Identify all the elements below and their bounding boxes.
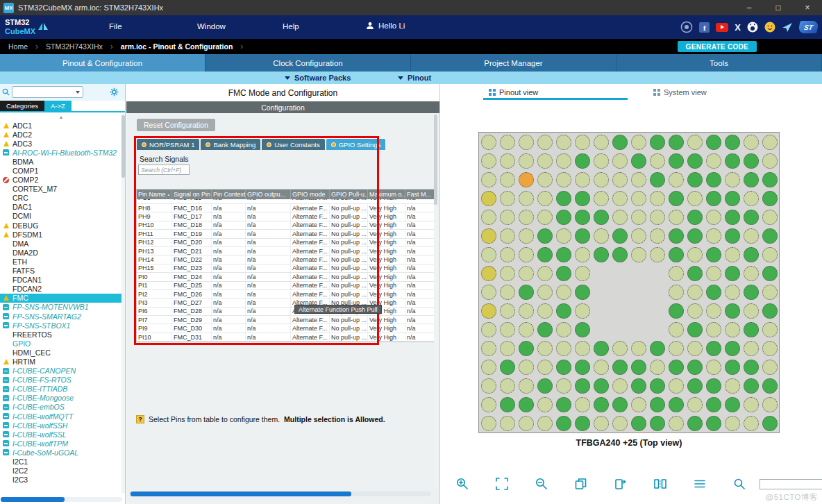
bga-pin[interactable]	[594, 153, 609, 169]
sidebar-item-fp-sns-smartag2[interactable]: FP-SNS-SMARTAG2	[0, 312, 122, 321]
table-row[interactable]: PH8FMC_D16n/an/aAlternate F...No pull-up…	[137, 204, 437, 212]
bga-pin[interactable]	[519, 191, 534, 206]
bga-pin[interactable]	[556, 303, 571, 319]
bga-pin[interactable]	[631, 135, 646, 150]
sidebar-item-hrtim[interactable]: HRTIM	[0, 357, 122, 366]
bga-pin[interactable]	[537, 285, 553, 300]
bga-pin[interactable]	[762, 247, 778, 262]
bga-pin[interactable]	[669, 303, 684, 319]
scrollbar-thumb[interactable]	[434, 115, 437, 205]
selection-box-icon[interactable]	[494, 476, 510, 492]
bga-pin[interactable]	[669, 228, 684, 244]
bga-pin[interactable]	[725, 303, 740, 319]
bga-pin[interactable]	[687, 322, 703, 337]
bga-pin[interactable]	[481, 303, 496, 319]
bga-pin[interactable]	[744, 341, 759, 356]
bga-pin[interactable]	[537, 210, 553, 225]
bga-pin[interactable]	[594, 228, 609, 244]
bga-pin[interactable]	[762, 360, 778, 375]
bga-pin[interactable]	[556, 285, 571, 300]
table-row[interactable]: PI9FMC_D30n/an/aAlternate F...No pull-up…	[137, 324, 437, 333]
sidebar-vertical-scrollbar[interactable]	[121, 114, 125, 493]
bga-pin[interactable]	[575, 378, 590, 394]
bga-pin[interactable]	[575, 210, 590, 225]
bga-pin[interactable]	[687, 416, 703, 431]
sidebar-item-i-cube-wolfssl[interactable]: I-CUBE-wolfSSL	[0, 430, 122, 439]
bga-pin[interactable]	[762, 210, 778, 225]
scroll-up-indicator[interactable]: ▲	[0, 114, 122, 121]
copy-view-icon[interactable]	[573, 476, 589, 492]
bga-pin[interactable]	[537, 360, 553, 375]
sidebar-item-i-cube-wolfmqtt[interactable]: I-CUBE-wolfMQTT	[0, 412, 122, 421]
bga-pin[interactable]	[687, 303, 703, 319]
bga-pin[interactable]	[725, 247, 740, 262]
sidebar-item-bdma[interactable]: BDMA	[0, 157, 122, 166]
bga-pin[interactable]	[687, 191, 703, 206]
tab-categories[interactable]: Categories	[0, 101, 44, 111]
sidebar-horizontal-scrollbar[interactable]	[1, 497, 122, 502]
bga-pin[interactable]	[725, 266, 740, 281]
bga-pin[interactable]	[537, 303, 553, 319]
bga-pin[interactable]	[706, 153, 721, 169]
zoom-in-icon[interactable]	[454, 476, 471, 492]
bga-pin[interactable]	[500, 378, 515, 394]
bga-pin[interactable]	[725, 135, 740, 150]
bga-pin[interactable]	[575, 416, 590, 431]
sidebar-item-ai-roc-wi-fi-bluetooth-stm32[interactable]: AI-ROC-Wi-Fi-Bluetooth-STM32	[0, 148, 122, 157]
bga-pin[interactable]	[744, 172, 759, 187]
bga-pin[interactable]	[500, 247, 515, 262]
bga-pin[interactable]	[706, 416, 721, 431]
column-header-fast-m[interactable]: Fast M...	[405, 190, 437, 199]
bga-pin[interactable]	[669, 135, 684, 150]
bga-pin[interactable]	[669, 247, 684, 262]
bga-pin[interactable]	[481, 210, 496, 225]
bga-pin[interactable]	[706, 266, 721, 281]
bga-pin[interactable]	[500, 135, 515, 150]
bga-package-view[interactable]	[478, 132, 780, 433]
bga-pin[interactable]	[612, 191, 628, 206]
tab-tools[interactable]: Tools	[616, 54, 822, 72]
software-packs-dropdown[interactable]: Software Packs	[285, 74, 351, 82]
sidebar-item-i-cube-wolfssh[interactable]: I-CUBE-wolfSSH	[0, 421, 122, 430]
bga-pin[interactable]	[519, 322, 534, 337]
bga-pin[interactable]	[481, 416, 496, 431]
bga-pin[interactable]	[706, 397, 721, 412]
bga-pin[interactable]	[537, 247, 553, 262]
bga-pin[interactable]	[481, 266, 496, 281]
sidebar-item-debug[interactable]: DEBUG	[0, 221, 122, 230]
bga-pin[interactable]	[612, 378, 628, 394]
scrollbar-thumb[interactable]	[131, 492, 351, 496]
bga-pin[interactable]	[669, 266, 684, 281]
bga-pin[interactable]	[575, 172, 590, 187]
st-logo[interactable]: ST	[798, 21, 819, 33]
bga-pin[interactable]	[687, 153, 703, 169]
bga-pin[interactable]	[575, 285, 590, 300]
bga-pin[interactable]	[594, 172, 609, 187]
table-row[interactable]: PH12FMC_D20n/an/aAlternate F...No pull-u…	[137, 239, 437, 247]
sidebar-item-i2c1[interactable]: I2C1	[0, 457, 122, 466]
bga-pin[interactable]	[575, 303, 590, 319]
sidebar-item-i2c2[interactable]: I2C2	[0, 467, 122, 476]
sidebar-item-dfsdm1[interactable]: DFSDM1	[0, 230, 122, 239]
bga-pin[interactable]	[594, 191, 609, 206]
bga-pin[interactable]	[556, 135, 571, 150]
bga-pin[interactable]	[594, 210, 609, 225]
bga-pin[interactable]	[575, 397, 590, 412]
x-icon[interactable]: X	[735, 22, 741, 33]
bga-pin[interactable]	[519, 210, 534, 225]
bga-pin[interactable]	[575, 266, 590, 281]
bga-pin[interactable]	[481, 228, 496, 244]
bga-pin[interactable]	[725, 228, 740, 244]
bga-pin[interactable]	[669, 285, 684, 300]
split-view-icon[interactable]	[652, 476, 669, 492]
bga-pin[interactable]	[612, 153, 628, 169]
bga-pin[interactable]	[762, 397, 778, 412]
bga-pin[interactable]	[687, 210, 703, 225]
sidebar-item-dma[interactable]: DMA	[0, 239, 122, 248]
bga-pin[interactable]	[687, 360, 703, 375]
sidebar-item-fdcan1[interactable]: FDCAN1	[0, 276, 122, 285]
column-header-maximum-o[interactable]: Maximum o...	[368, 190, 405, 199]
sidebar-item-fmc[interactable]: FMC	[0, 294, 122, 303]
bga-pin[interactable]	[650, 247, 665, 262]
sidebar-item-i-cube-embos[interactable]: I-CUBE-embOS	[0, 403, 122, 412]
